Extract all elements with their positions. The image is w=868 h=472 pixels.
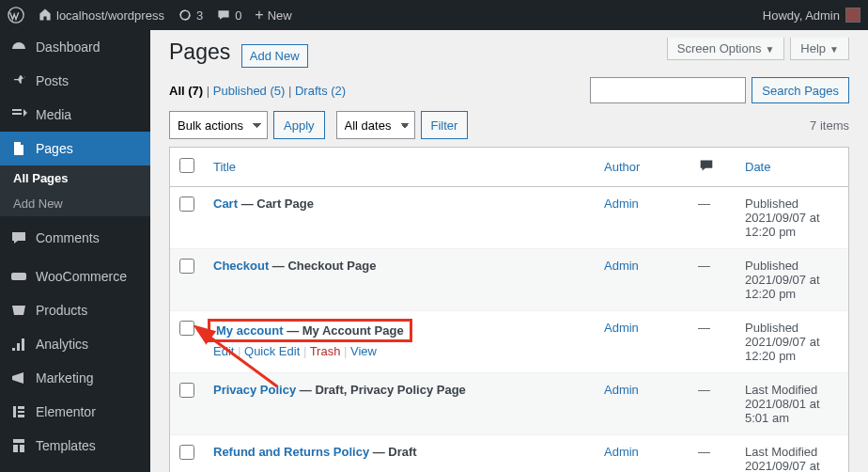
bulk-actions-select[interactable]: Bulk actions xyxy=(169,111,268,139)
search-button[interactable]: Search Pages xyxy=(752,77,849,103)
table-row: Refund and Returns Policy — DraftAdmin—L… xyxy=(170,435,848,472)
author-link[interactable]: Admin xyxy=(604,383,639,397)
date-cell: Last Modified2021/08/01 at 5:01 am xyxy=(736,373,848,435)
add-new-button[interactable]: Add New xyxy=(241,44,308,68)
date-cell: Last Modified2021/09/07 at 12:20 pm xyxy=(736,435,848,472)
sidebar-item-analytics[interactable]: Analytics xyxy=(0,327,150,361)
post-state: — My Account Page xyxy=(284,323,404,338)
comments-cell: — xyxy=(689,187,736,249)
filter-published[interactable]: Published (5) xyxy=(213,84,286,98)
page-title: Pages xyxy=(169,39,230,65)
sidebar-item-templates[interactable]: Templates xyxy=(0,429,150,463)
sidebar-item-media[interactable]: Media xyxy=(0,98,150,132)
sidebar-item-label: Products xyxy=(36,303,87,318)
comments-cell: — xyxy=(689,435,736,472)
updates-link[interactable]: 3 xyxy=(178,8,203,23)
row-checkbox[interactable] xyxy=(179,321,194,336)
sidebar-subitem-add-new[interactable]: Add New xyxy=(0,191,150,216)
row-checkbox[interactable] xyxy=(179,259,194,274)
apply-button[interactable]: Apply xyxy=(273,111,325,139)
sidebar-item-shopengine[interactable]: ShopEngine xyxy=(0,463,150,472)
sidebar-item-label: Elementor xyxy=(36,404,96,419)
sidebar-item-posts[interactable]: Posts xyxy=(0,64,150,98)
table-row: Cart — Cart PageAdmin—Published2021/09/0… xyxy=(170,187,848,249)
search-input[interactable] xyxy=(590,77,746,103)
analytics-icon xyxy=(9,335,28,354)
column-date[interactable]: Date xyxy=(736,148,848,187)
page-title-link[interactable]: Cart xyxy=(213,197,238,211)
row-actions: Edit | Quick Edit | Trash | View xyxy=(213,344,585,358)
row-checkbox[interactable] xyxy=(179,197,194,212)
table-row: Checkout — Checkout PageAdmin—Published2… xyxy=(170,249,848,311)
sidebar-item-comments[interactable]: Comments xyxy=(0,221,150,255)
sidebar-item-label: Media xyxy=(36,107,71,122)
date-cell: Published2021/09/07 at 12:20 pm xyxy=(736,311,848,373)
column-comments[interactable] xyxy=(689,148,736,187)
sidebar-item-woocommerce[interactable]: WooCommerce xyxy=(0,260,150,293)
date-cell: Published2021/09/07 at 12:20 pm xyxy=(736,187,848,249)
post-state: — Draft xyxy=(369,445,417,459)
author-link[interactable]: Admin xyxy=(604,259,639,273)
page-title-link[interactable]: My account xyxy=(216,323,284,338)
column-title[interactable]: Title xyxy=(204,148,595,187)
table-row: My account — My Account PageEdit | Quick… xyxy=(170,311,848,373)
wp-logo-icon[interactable] xyxy=(8,7,24,24)
view-link[interactable]: View xyxy=(350,344,377,358)
dashboard-icon xyxy=(9,38,28,56)
post-state: — Cart Page xyxy=(238,197,314,211)
svg-rect-2 xyxy=(13,406,16,417)
comments-count: 0 xyxy=(235,8,241,23)
author-link[interactable]: Admin xyxy=(604,197,639,211)
author-link[interactable]: Admin xyxy=(604,445,639,459)
new-link[interactable]: +New xyxy=(255,7,291,24)
sidebar-item-label: Pages xyxy=(36,141,73,156)
sidebar-item-products[interactable]: Products xyxy=(0,293,150,327)
sidebar-item-marketing[interactable]: Marketing xyxy=(0,361,150,395)
author-link[interactable]: Admin xyxy=(604,321,639,335)
select-all-checkbox[interactable] xyxy=(179,158,194,173)
filter-button[interactable]: Filter xyxy=(421,111,469,139)
sidebar-item-dashboard[interactable]: Dashboard xyxy=(0,30,150,64)
svg-rect-3 xyxy=(18,406,24,409)
row-checkbox[interactable] xyxy=(179,445,194,460)
page-title-link[interactable]: Privacy Policy xyxy=(213,383,296,397)
sidebar-subitem-all-pages[interactable]: All Pages xyxy=(0,165,150,191)
row-checkbox[interactable] xyxy=(179,383,194,398)
pages-icon xyxy=(9,139,28,158)
column-author[interactable]: Author xyxy=(595,148,689,187)
filter-all[interactable]: All (7) xyxy=(169,84,203,98)
date-filter-select[interactable]: All dates xyxy=(336,111,415,139)
updates-count: 3 xyxy=(196,8,203,23)
edit-link[interactable]: Edit xyxy=(213,344,234,358)
sidebar-item-label: Comments xyxy=(36,230,100,245)
site-link[interactable]: localhost/wordpress xyxy=(38,8,164,23)
screen-options-toggle[interactable]: Screen Options▼ xyxy=(667,38,785,60)
table-row: Privacy Policy — Draft, Privacy Policy P… xyxy=(170,373,848,435)
comments-cell: — xyxy=(689,249,736,311)
help-toggle[interactable]: Help▼ xyxy=(790,38,849,60)
avatar xyxy=(845,8,860,23)
page-title-link[interactable]: Refund and Returns Policy xyxy=(213,445,369,459)
templates-icon xyxy=(9,436,28,455)
view-filters: All (7) | Published (5) | Drafts (2) xyxy=(169,84,346,98)
sidebar-item-pages[interactable]: Pages xyxy=(0,132,150,165)
comments-link[interactable]: 0 xyxy=(216,8,241,23)
elementor-icon xyxy=(9,402,28,421)
pages-table: Title Author Date Cart — Cart PageAdmin—… xyxy=(169,147,849,472)
trash-link[interactable]: Trash xyxy=(310,344,341,358)
sidebar-item-elementor[interactable]: Elementor xyxy=(0,395,150,429)
items-count: 7 items xyxy=(810,118,849,133)
account-link[interactable]: Howdy, Admin xyxy=(763,8,860,23)
post-state: — Checkout Page xyxy=(269,259,376,273)
quick-edit-link[interactable]: Quick Edit xyxy=(244,344,300,358)
sidebar-item-label: Posts xyxy=(36,73,69,88)
sidebar-item-label: Templates xyxy=(36,438,96,453)
howdy-text: Howdy, Admin xyxy=(763,8,840,23)
filter-drafts[interactable]: Drafts (2) xyxy=(295,84,346,98)
marketing-icon xyxy=(9,369,28,387)
main-content: Pages Add New Screen Options▼ Help▼ All … xyxy=(150,30,868,472)
post-state: — Draft, Privacy Policy Page xyxy=(296,383,466,397)
site-url: localhost/wordpress xyxy=(56,8,164,23)
page-title-link[interactable]: Checkout xyxy=(213,259,269,273)
sidebar-item-label: Analytics xyxy=(36,337,88,352)
